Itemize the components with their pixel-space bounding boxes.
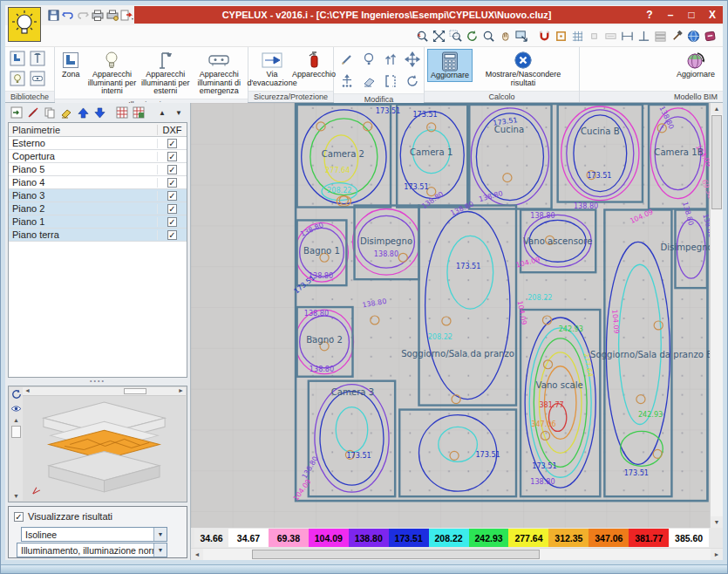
apparecchi-interni-button[interactable]: Apparecchi illuminanti per interni [86, 49, 138, 97]
print-button[interactable] [91, 8, 104, 22]
table-row[interactable]: Piano 5✓ [9, 163, 187, 176]
print-setup-button[interactable] [105, 8, 119, 22]
rotate-view-button[interactable] [11, 389, 22, 401]
vertical-scrollbar[interactable]: ▲ ▼ [710, 103, 723, 528]
rotate-button[interactable] [402, 71, 423, 92]
library-exterior-button[interactable] [28, 49, 47, 68]
globe-icon[interactable] [685, 28, 701, 44]
slider-thumb[interactable] [124, 388, 146, 394]
table-row[interactable]: Copertura✓ [9, 150, 187, 163]
library-emergency-button[interactable] [28, 69, 47, 88]
slider-right-arrow[interactable]: ► [178, 387, 184, 393]
redo-button[interactable] [77, 8, 90, 22]
ortho-icon[interactable] [586, 28, 602, 44]
scroll-right-arrow[interactable]: ► [711, 549, 723, 560]
dxf-checkbox[interactable]: ✓ [167, 230, 177, 240]
apparecchi-esterni-button[interactable]: Apparecchi illuminanti per esterni [139, 49, 191, 97]
table-row[interactable]: Piano 4✓ [9, 176, 187, 189]
zoom-in-small-button[interactable]: ▲ [13, 417, 19, 423]
move-down-button[interactable] [92, 106, 106, 120]
collapse-down-button[interactable]: ▼ [172, 106, 186, 120]
dxf-checkbox[interactable]: ✓ [167, 204, 177, 214]
library-interior-button[interactable] [8, 69, 27, 88]
horizontal-scrollbar[interactable]: ◄ ► [191, 548, 723, 560]
slider-left-arrow[interactable]: ◄ [24, 387, 31, 393]
previous-view-icon[interactable] [514, 28, 529, 44]
pan-icon[interactable] [497, 28, 513, 44]
aggiornare-bim-button[interactable]: Aggiornare [671, 49, 720, 80]
split-button[interactable] [380, 49, 401, 70]
preview-zoom-slider[interactable] [11, 426, 21, 438]
layers-icon[interactable] [652, 28, 668, 44]
scroll-up-arrow[interactable]: ▲ [711, 103, 723, 114]
measure-icon[interactable] [619, 28, 635, 44]
close-button[interactable]: X [702, 9, 723, 21]
move-up-button[interactable] [76, 106, 90, 120]
dxf-checkbox[interactable]: ✓ [167, 165, 177, 174]
visualizzare-checkbox[interactable]: ✓ [14, 512, 24, 522]
preview-3d-canvas[interactable] [23, 397, 186, 501]
zoom-extents-icon[interactable] [431, 28, 446, 44]
dxf-checkbox[interactable]: ✓ [167, 152, 177, 161]
scroll-left-arrow[interactable]: ◄ [191, 549, 203, 560]
floor-plan-canvas[interactable]: 173.51173.51173.51277.64208.22173.51138.… [191, 103, 710, 528]
via-evacuazione-button[interactable]: Via d'evacuazione [251, 49, 293, 88]
save-button[interactable] [47, 8, 60, 22]
scrollbar-thumb[interactable] [711, 115, 722, 209]
magnitude-dropdown[interactable]: Illuminamento, illuminazione normale ▼ [17, 543, 167, 557]
chevron-down-icon[interactable]: ▼ [153, 543, 167, 557]
table-row[interactable]: Piano 3✓ [9, 189, 187, 202]
zoom-out-small-button[interactable]: ▼ [13, 493, 19, 499]
zona-button[interactable]: Zona [58, 49, 85, 80]
delete-button[interactable] [59, 106, 73, 120]
match-brackets-button[interactable] [380, 71, 401, 92]
undo-button[interactable] [62, 8, 75, 22]
table-row[interactable]: Piano terra✓ [9, 229, 187, 242]
table-row[interactable]: Piano 2✓ [9, 202, 187, 215]
help-button[interactable]: ? [639, 9, 660, 21]
eye-button[interactable] [10, 404, 22, 414]
rotate-node-button[interactable] [358, 49, 379, 70]
zoom-icon[interactable] [480, 28, 496, 44]
collapse-up-button[interactable]: ▲ [155, 106, 169, 120]
aggiornare-button[interactable]: Aggiornare [427, 49, 473, 82]
snap-magnet-icon[interactable] [536, 28, 552, 44]
table-row[interactable]: Esterno✓ [9, 137, 187, 150]
grid-icon[interactable] [569, 28, 585, 44]
edit-pencil-button[interactable] [337, 49, 357, 70]
panel-splitter[interactable]: •••• [8, 379, 187, 385]
scrollbar-thumb[interactable] [252, 550, 540, 559]
import-dxf-button[interactable] [115, 106, 129, 120]
edit-button[interactable] [26, 106, 40, 120]
apparecchi-emergenza-button[interactable]: Apparecchi illuminanti di emergenza [194, 49, 245, 97]
dxf-checkbox[interactable]: ✓ [167, 191, 177, 201]
maximize-button[interactable]: □ [681, 9, 702, 21]
minimize-button[interactable]: – [660, 9, 681, 21]
app-menu-button[interactable] [8, 7, 41, 42]
dxf-checkbox[interactable]: ✓ [167, 178, 177, 188]
titlebar[interactable]: CYPELUX - v2016.i - [C:\CYPE Ingenieros\… [134, 6, 723, 24]
dimensions-icon[interactable] [602, 28, 618, 44]
add-button[interactable] [10, 106, 24, 120]
library-zones-button[interactable] [8, 49, 27, 68]
move-button[interactable] [402, 49, 423, 70]
zoom-window-icon[interactable] [447, 28, 463, 44]
result-type-dropdown[interactable]: Isolinee ▼ [21, 527, 167, 542]
table-row[interactable]: Piano 1✓ [9, 215, 187, 229]
chevron-down-icon[interactable]: ▼ [153, 528, 167, 541]
tools-icon[interactable] [669, 28, 684, 44]
mostrare-nascondere-button[interactable]: Mostrare/Nascondere risultati [476, 49, 570, 88]
zoom-previous-icon[interactable] [414, 28, 430, 44]
scroll-down-arrow[interactable]: ▼ [711, 516, 723, 528]
dxf-checkbox[interactable]: ✓ [167, 139, 177, 148]
dxf-checkbox[interactable]: ✓ [167, 217, 177, 227]
help-book-icon[interactable] [702, 28, 718, 44]
export-button[interactable] [120, 8, 134, 22]
manage-dxf-button[interactable] [132, 106, 146, 120]
copy-button[interactable] [43, 106, 57, 120]
apparecchio-button[interactable]: Apparecchio [295, 49, 333, 80]
redraw-icon[interactable] [464, 28, 480, 44]
perpendicular-icon[interactable] [636, 28, 651, 44]
move-node-button[interactable] [337, 71, 357, 92]
preview-rotation-slider[interactable]: ◄ ► [23, 387, 186, 396]
